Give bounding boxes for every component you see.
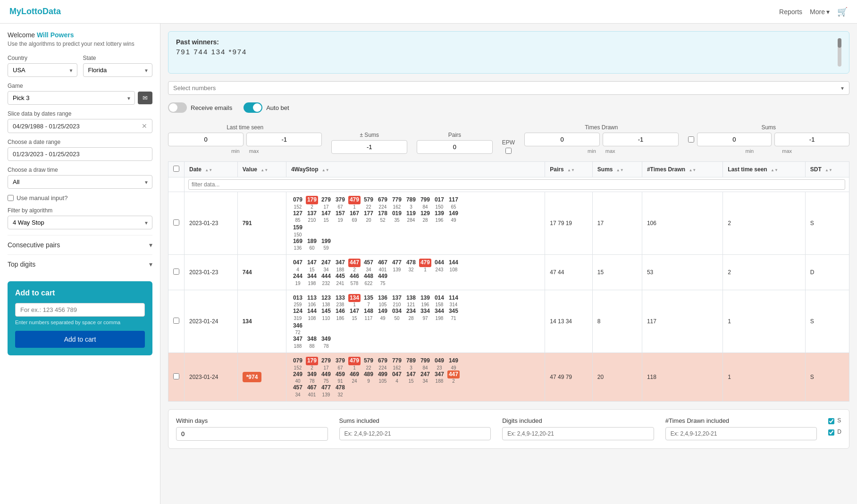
number-item: 137 210	[390, 294, 403, 308]
number-item: 019 35	[390, 210, 403, 223]
number-sub: 138	[322, 302, 330, 307]
sums2-checkbox[interactable]	[688, 136, 694, 143]
row-sdt: S	[805, 290, 849, 353]
top-digits-section[interactable]: Top digits ▾	[8, 254, 152, 274]
cart-icon[interactable]: 🛒	[837, 7, 848, 17]
col-times-drawn[interactable]: #Times Drawn ▲▼	[642, 162, 723, 177]
epw-checkbox[interactable]	[505, 148, 512, 154]
game-row: Pick 3 ✉	[8, 91, 152, 105]
table-filter-input[interactable]	[188, 179, 845, 190]
within-days-label: Within days	[176, 417, 328, 424]
select-all-checkbox[interactable]	[173, 166, 179, 172]
last-time-seen-max-input[interactable]	[246, 133, 322, 146]
select-numbers-arrow-icon: ▾	[841, 85, 844, 92]
times-drawn-max-input[interactable]	[603, 133, 678, 146]
number-item: 139 196	[419, 294, 432, 308]
number-item: 459 91	[334, 370, 347, 384]
state-select[interactable]: Florida	[83, 63, 153, 77]
times-drawn-min-input[interactable]	[524, 133, 600, 146]
number-sub: 259	[294, 302, 302, 307]
number-top: 047	[292, 259, 304, 267]
number-item: 799 84	[419, 357, 432, 370]
date-sort-icon: ▲▼	[205, 168, 212, 172]
date-range-input[interactable]: 01/23/2023 - 01/25/2023	[8, 147, 152, 161]
sums-included-example[interactable]: Ex: 2,4,9-12,20-21	[339, 427, 491, 440]
consecutive-pairs-section[interactable]: Consecutive pairs ▾	[8, 235, 152, 254]
sums2-min-label: min	[746, 148, 754, 154]
more-menu[interactable]: More ▾	[810, 8, 830, 16]
col-value[interactable]: Value ▲▼	[237, 162, 286, 177]
number-sub: 622	[365, 281, 373, 286]
check-d-checkbox[interactable]	[828, 429, 834, 436]
number-item: 349 78	[319, 335, 333, 349]
number-top: 013	[292, 294, 304, 302]
within-days-input[interactable]	[176, 427, 328, 441]
times-drawn-included-example[interactable]: Ex: 2,4,9-12,20-21	[665, 427, 817, 440]
number-sub: 19	[295, 281, 300, 286]
col-4waystop[interactable]: 4WayStop ▲▼	[286, 162, 545, 177]
email-game-button[interactable]: ✉	[138, 92, 152, 104]
game-select[interactable]: Pick 3	[8, 91, 135, 105]
draw-time-select[interactable]: All	[8, 175, 152, 189]
number-top: 157	[334, 210, 346, 218]
manual-input-checkbox[interactable]	[8, 195, 14, 201]
reports-link[interactable]: Reports	[779, 8, 802, 16]
sums2-min-input[interactable]	[697, 133, 772, 146]
slice-clear-button[interactable]: ✕	[142, 122, 147, 130]
number-item: 149 49	[447, 210, 460, 223]
auto-bet-toggle[interactable]	[244, 102, 262, 113]
sums-filter-input[interactable]	[331, 140, 407, 154]
cart-hint: Enter numbers separated by space or comm…	[15, 319, 145, 325]
number-sub: 17	[323, 204, 328, 210]
col-last-seen[interactable]: Last time seen ▲▼	[723, 162, 805, 177]
past-winners-scrollbar[interactable]	[838, 38, 841, 67]
pairs-filter-input[interactable]	[417, 140, 493, 154]
cart-number-input[interactable]	[15, 303, 145, 317]
last-time-seen-min-input[interactable]	[168, 133, 244, 146]
number-item: 119 284	[404, 210, 418, 223]
number-top: 149	[447, 210, 460, 218]
number-sub: 224	[379, 204, 387, 210]
number-item: 457 34	[291, 384, 304, 397]
brand-logo[interactable]: MyLottoData	[9, 7, 61, 17]
sums2-max-label: max	[782, 148, 792, 154]
number-top: 149	[377, 307, 389, 316]
digits-included-example[interactable]: Ex: 2,4,9-12,20-21	[502, 427, 654, 440]
add-to-cart-button[interactable]: Add to cart	[15, 331, 145, 348]
slice-input[interactable]: 04/29/1988 - 01/25/2023 ✕	[8, 119, 152, 133]
number-sub: 65	[451, 204, 456, 210]
col-pairs[interactable]: Pairs ▲▼	[545, 162, 593, 177]
check-s-checkbox[interactable]	[828, 418, 834, 424]
past-winners-box: Past winners: 791 744 134 *974	[168, 31, 849, 74]
col-date[interactable]: Date ▲▼	[185, 162, 238, 177]
row-checkbox[interactable]	[173, 373, 179, 379]
number-sub: 23	[437, 365, 442, 370]
col-sdt[interactable]: SDT ▲▼	[805, 162, 849, 177]
receive-emails-toggle[interactable]	[168, 102, 187, 113]
col-sums[interactable]: Sums ▲▼	[592, 162, 642, 177]
row-times-drawn: 117	[642, 290, 723, 353]
filter-algorithm-select[interactable]: 4 Way Stop	[8, 216, 152, 229]
number-item: 344 198	[433, 307, 446, 321]
row-checkbox[interactable]	[173, 269, 179, 275]
country-select[interactable]: USA	[8, 63, 77, 77]
game-group: Game Pick 3 ✉	[8, 83, 152, 105]
number-item: 079 152	[291, 196, 304, 210]
select-numbers-input[interactable]	[168, 81, 849, 95]
filter-cell-text	[185, 177, 849, 192]
last-time-seen-filter-label: Last time seen	[227, 124, 263, 131]
epw-filter-label: EPW	[502, 139, 515, 146]
row-checkbox[interactable]	[173, 219, 179, 226]
number-top: 047	[391, 370, 403, 379]
row-checkbox[interactable]	[173, 318, 179, 324]
number-item: 347 188	[291, 335, 304, 349]
number-item: 679 224	[376, 196, 389, 210]
number-sub: 3	[410, 204, 412, 210]
number-item: 347 188	[334, 259, 347, 272]
draw-time-label: Choose a draw time	[8, 167, 152, 173]
number-top: 136	[377, 294, 389, 302]
filter-algorithm-select-wrapper: 4 Way Stop	[8, 216, 152, 229]
number-sub: 4	[395, 378, 398, 384]
sums2-max-input[interactable]	[774, 133, 849, 146]
number-item: 347 188	[433, 370, 446, 384]
